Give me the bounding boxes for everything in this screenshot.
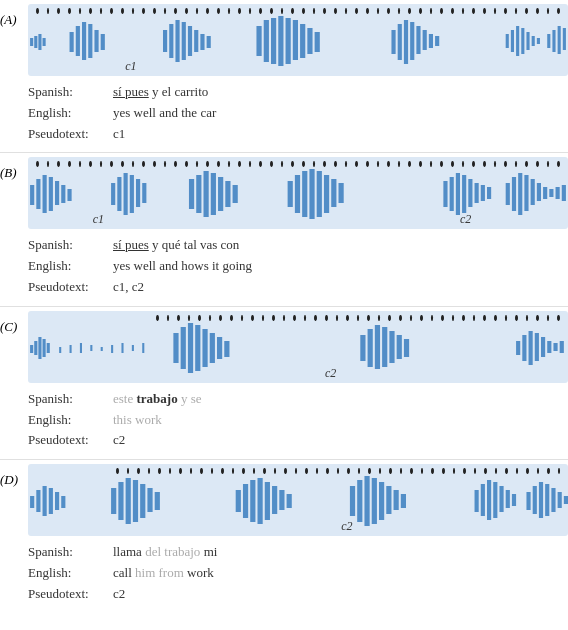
svg-rect-55 [124,173,128,215]
dot [326,468,329,474]
svg-rect-115 [368,329,373,367]
english-label-b: English: [28,256,113,277]
svg-rect-82 [506,183,510,205]
dot [142,161,145,167]
dot [185,161,188,167]
dot [164,8,167,14]
svg-rect-56 [130,175,134,213]
dot [219,315,222,321]
svg-rect-151 [357,480,362,522]
svg-rect-2 [38,34,41,50]
dot [127,468,130,474]
dot [400,468,403,474]
svg-rect-102 [111,345,113,353]
dot [228,161,231,167]
svg-rect-51 [61,185,65,203]
dot [281,161,284,167]
svg-rect-13 [182,22,186,60]
dot [232,468,235,474]
svg-rect-150 [350,486,355,516]
svg-rect-171 [564,496,568,504]
dot [177,315,180,321]
svg-rect-60 [196,175,201,213]
dot [242,468,245,474]
svg-rect-128 [560,341,564,353]
svg-rect-66 [288,181,293,207]
dot [274,468,277,474]
pseudo-label-a: Pseudotext: [28,124,113,145]
dot [408,161,411,167]
svg-rect-125 [541,337,545,357]
svg-rect-62 [211,173,216,215]
svg-rect-31 [416,26,420,54]
dot [110,8,113,14]
text-rows-a: Spanish: sí pues y el carrito English: y… [28,80,568,148]
svg-rect-22 [286,18,291,64]
waveform-c: c2 [28,311,568,383]
dot [36,8,39,14]
dot [368,468,371,474]
spanish-value-c: este trabajo y se [113,389,568,410]
svg-rect-148 [279,490,284,510]
dot [302,8,305,14]
dot [378,315,381,321]
waveform-b: c1 c2 [28,157,568,229]
svg-rect-27 [391,30,395,54]
svg-rect-106 [173,333,178,363]
svg-rect-139 [140,484,145,518]
dot [557,8,560,14]
panel-b: (B) [0,153,568,306]
spanish-label-a: Spanish: [28,82,113,103]
waveform-svg-d [28,476,568,528]
spanish-value-b: sí pues y qué tal vas con [113,235,568,256]
en-b-2: and [159,258,181,273]
dot [238,161,241,167]
dot [196,8,199,14]
dot [190,468,193,474]
dot [345,161,348,167]
dot [525,161,528,167]
dot [389,468,392,474]
dot [259,161,262,167]
svg-rect-114 [360,335,365,361]
dot [346,315,349,321]
dot [132,8,135,14]
svg-rect-152 [364,476,369,526]
label-c2-c: c2 [325,366,336,381]
pseudo-label-d: Pseudotext: [28,584,113,605]
dot [293,315,296,321]
svg-rect-72 [331,179,336,207]
spanish-label-d: Spanish: [28,542,113,563]
svg-rect-81 [487,187,491,199]
svg-rect-127 [553,343,557,351]
dot [249,161,252,167]
svg-rect-37 [516,26,519,56]
dot [291,8,294,14]
dot [206,161,209,167]
svg-rect-146 [265,482,270,520]
spanish-row-d: Spanish: llama del trabajo mi [28,542,568,563]
dot [174,8,177,14]
dot [272,315,275,321]
dot [453,468,456,474]
dot [462,161,465,167]
svg-rect-14 [188,26,192,56]
svg-rect-124 [535,333,539,361]
svg-rect-5 [76,26,80,56]
svg-rect-165 [526,492,530,510]
pseudo-label-b: Pseudotext: [28,277,113,298]
dot [494,315,497,321]
en-a-2: and the [159,105,200,120]
dot [251,315,254,321]
dot [153,161,156,167]
svg-rect-129 [30,496,34,508]
en-a-3: car [200,105,216,120]
svg-rect-162 [499,486,503,512]
svg-rect-92 [30,345,33,353]
svg-rect-120 [404,339,409,357]
panel-d-content: c2 Spanish: llama del trabajo mi English… [28,464,568,608]
en-d-3: work [187,565,214,580]
svg-rect-61 [204,171,209,217]
svg-rect-24 [300,24,305,58]
en-b-1: yes well [113,258,156,273]
